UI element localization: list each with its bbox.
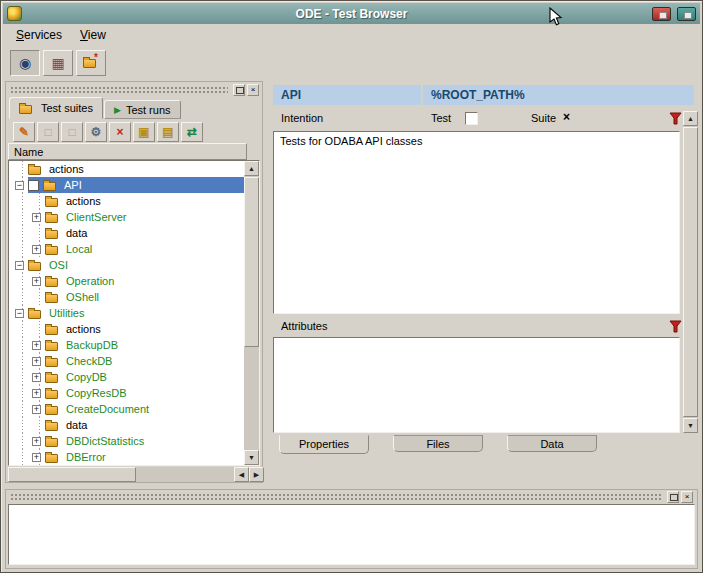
tree-item[interactable]: +Operation (9, 273, 244, 289)
tree-item-body: Local (45, 241, 244, 257)
copy-button[interactable]: ▣ (133, 122, 155, 142)
tree-column-header[interactable]: Name (8, 143, 247, 160)
expander-closed-icon[interactable]: + (32, 373, 41, 382)
scroll-up-icon[interactable]: ▲ (244, 161, 259, 176)
folder-icon (45, 438, 58, 447)
suite-checkbox[interactable] (28, 180, 39, 191)
sync-button[interactable]: ⇄ (181, 122, 203, 142)
scrollbar-thumb[interactable] (683, 127, 698, 417)
folder-icon (45, 326, 58, 335)
tree-view-button[interactable]: ▦ (43, 50, 73, 76)
intention-filter-icon[interactable] (669, 112, 682, 125)
panel-drag-handle[interactable] (10, 86, 228, 95)
run-button[interactable]: ⚙ (85, 122, 107, 142)
panel-drag-handle[interactable] (10, 493, 661, 502)
bottom-panel-float-button[interactable] (667, 491, 679, 503)
expander-open-icon[interactable]: − (15, 309, 24, 318)
menu-view[interactable]: View (71, 26, 115, 44)
folder-icon (45, 342, 58, 351)
expander-closed-icon[interactable]: + (32, 453, 41, 462)
tree-item[interactable]: actions (9, 193, 244, 209)
tree-item[interactable]: +BackupDB (9, 337, 244, 353)
tree-item[interactable]: +CopyDB (9, 369, 244, 385)
expander-closed-icon[interactable]: + (32, 341, 41, 350)
tab-label: Test suites (41, 102, 93, 114)
tree-item[interactable]: +DBDictStatistics (9, 433, 244, 449)
edit-button[interactable]: ✎ (13, 122, 35, 142)
tree-item[interactable]: −Utilities (9, 305, 244, 321)
scrollbar-thumb[interactable] (8, 467, 136, 482)
bottom-panel-close-button[interactable]: × (681, 491, 693, 503)
titlebar[interactable]: ODE - Test Browser (3, 3, 700, 24)
tree-item[interactable]: −API (9, 177, 244, 193)
expander-open-icon[interactable]: − (15, 261, 24, 270)
tree-item[interactable]: +CreateDocument (9, 401, 244, 417)
close-button[interactable] (652, 7, 671, 21)
expander-closed-icon[interactable]: + (32, 213, 41, 222)
tree-item[interactable]: −OSI (9, 257, 244, 273)
tree-item-body: DBError (45, 449, 244, 465)
tree-item[interactable]: data (9, 225, 244, 241)
menubar: ServicesView (3, 24, 700, 46)
scroll-down-icon[interactable]: ▼ (683, 418, 698, 433)
attributes-label: Attributes (281, 320, 327, 332)
expander-closed-icon[interactable]: + (32, 245, 41, 254)
tree-item-label: data (62, 227, 91, 239)
tab-test-suites[interactable]: Test suites (9, 97, 103, 119)
tab-test-runs[interactable]: ▶Test runs (104, 100, 181, 119)
detail-vertical-scrollbar[interactable]: ▲ ▼ (683, 111, 698, 433)
tree-item-label: CheckDB (62, 355, 116, 367)
left-panel-float-button[interactable] (233, 84, 245, 96)
tree-item[interactable]: +ClientServer (9, 209, 244, 225)
tab-files[interactable]: Files (393, 435, 483, 452)
tree-item[interactable]: actions (9, 321, 244, 337)
new-item-button[interactable]: □ (37, 122, 59, 142)
browser-mode-button[interactable]: ◉ (10, 50, 40, 76)
open-workspace-button[interactable]: * (76, 50, 106, 76)
tree-item-body: CopyDB (45, 369, 244, 385)
scroll-left-icon[interactable]: ◀ (234, 467, 249, 482)
delete-button[interactable]: × (109, 122, 131, 142)
panel-handle-buttons: × (667, 491, 693, 503)
scroll-down-icon[interactable]: ▼ (244, 450, 259, 465)
tree-item[interactable]: actions (9, 161, 244, 177)
scroll-up-icon[interactable]: ▲ (683, 111, 698, 126)
tab-properties[interactable]: Properties (279, 435, 369, 454)
tree-item[interactable]: data (9, 417, 244, 433)
page-button[interactable]: □ (61, 122, 83, 142)
tab-data[interactable]: Data (507, 435, 597, 452)
expander-closed-icon[interactable]: + (32, 405, 41, 414)
intention-textarea[interactable]: Tests for ODABA API classes (273, 131, 680, 314)
tree-item-label: data (62, 419, 91, 431)
folder-icon (45, 198, 58, 207)
tree-vertical-scrollbar[interactable]: ▲ ▼ (244, 161, 259, 465)
expander-open-icon[interactable]: − (15, 181, 24, 190)
left-panel-close-button[interactable]: × (247, 84, 259, 96)
expander-closed-icon[interactable]: + (32, 357, 41, 366)
attributes-textarea[interactable] (273, 337, 680, 433)
paste-button[interactable]: ▤ (157, 122, 179, 142)
scrollbar-thumb[interactable] (244, 177, 259, 347)
tree-item[interactable]: +CopyResDB (9, 385, 244, 401)
expander-closed-icon[interactable]: + (32, 277, 41, 286)
folder-icon (19, 105, 32, 114)
test-suites-panel: × Test suites▶Test runs ✎□□⚙×▣▤⇄ Name ac… (5, 81, 263, 483)
menu-services[interactable]: Services (7, 26, 71, 44)
expander-closed-icon[interactable]: + (32, 389, 41, 398)
suite-clear-mark[interactable]: × (563, 110, 570, 124)
tree-horizontal-scrollbar[interactable]: ◀ ▶ (8, 467, 264, 482)
test-checkbox[interactable] (465, 112, 478, 125)
expander-closed-icon[interactable]: + (32, 437, 41, 446)
tree-item-body: actions (45, 193, 244, 209)
tree-item-body: actions (45, 321, 244, 337)
tree-item[interactable]: +CheckDB (9, 353, 244, 369)
attributes-filter-icon[interactable] (669, 320, 682, 333)
tree-item[interactable]: +Local (9, 241, 244, 257)
restore-button[interactable] (677, 7, 696, 21)
tree-item[interactable]: +DBError (9, 449, 244, 465)
scroll-right-icon[interactable]: ▶ (249, 467, 264, 482)
output-textarea[interactable] (8, 504, 695, 565)
tree-item-body: CopyResDB (45, 385, 244, 401)
folder-icon (43, 182, 56, 191)
tree-item[interactable]: OShell (9, 289, 244, 305)
